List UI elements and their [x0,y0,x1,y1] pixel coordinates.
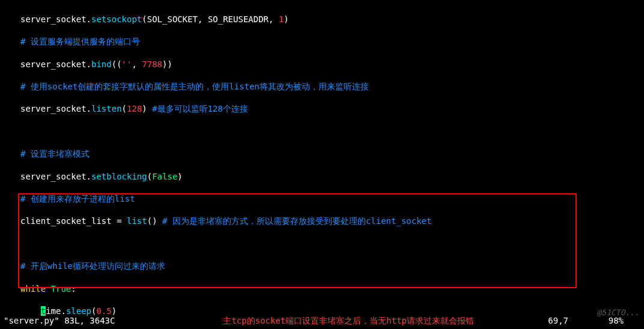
code-line: server_socket.setblocking(False) [20,171,644,183]
code-line: server_socket.bind(('', 7788)) [20,59,644,70]
cursor: t [41,306,46,316]
code-line: # 使用socket创建的套接字默认的属性是主动的，使用listen将其改为被动… [20,81,644,92]
status-file-info: "server.py" 83L, 3643C [4,315,115,327]
code-line: # 设置非堵塞模式 [20,148,644,160]
code-line: server_socket.setsockopt(SOL_SOCKET, SO_… [20,14,644,25]
code-line: # 设置服务端提供服务的端口号 [20,36,644,47]
code-line [20,238,644,250]
code-line: client_socket_list = list() # 因为是非堵塞的方式，… [20,216,644,227]
code-editor[interactable]: server_socket.setsockopt(SOL_SOCKET, SO_… [0,2,644,329]
watermark: @51CTO... [597,307,639,318]
code-line: server_socket.listen(128) #最多可以监听128个连接 [20,103,644,115]
code-line: # 开启while循环处理访问过来的请求 [20,261,644,272]
code-line: # 创建用来存放子进程的list [20,193,644,205]
code-line: while True: [20,283,644,295]
annotation-note: 主tcp的socket端口设置非堵塞之后，当无http请求过来就会报错 [223,315,474,327]
status-bar: "server.py" 83L, 3643C 主tcp的socket端口设置非堵… [4,315,640,327]
status-cursor-position: 69,7 [548,315,568,327]
code-line [20,126,644,137]
